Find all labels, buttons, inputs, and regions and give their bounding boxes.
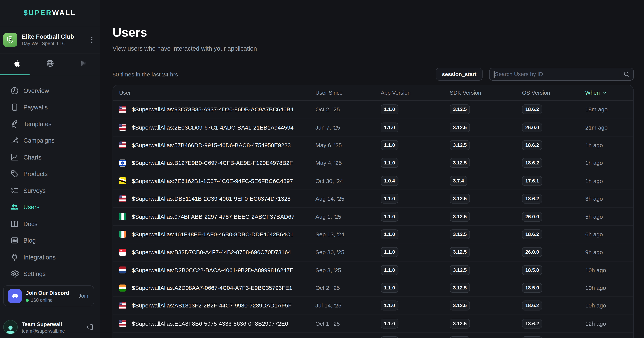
sidebar-item-integrations[interactable]: Integrations	[0, 249, 100, 265]
sidebar-item-charts[interactable]: Charts	[0, 149, 100, 166]
workspace-name: Elite Football Club	[22, 33, 74, 40]
page-subtitle: View users who have interacted with your…	[112, 45, 634, 52]
chevron-down-icon	[602, 90, 608, 95]
os-version-badge: 18.5.0	[522, 283, 542, 293]
nav-item-label: Charts	[24, 154, 42, 161]
sdk-version-badge: 3.12.5	[450, 122, 470, 132]
sidebar-item-campaigns[interactable]: Campaigns	[0, 132, 100, 149]
col-header-app: App Version	[381, 90, 450, 96]
os-version-badge: 18.5.0	[522, 265, 542, 275]
sidebar-nav: Overview Paywalls Templates Campaigns Ch…	[0, 75, 100, 282]
sdk-version-badge: 3.12.5	[450, 211, 470, 221]
col-header-since: User Since	[316, 90, 381, 96]
nav-item-label: Campaigns	[24, 137, 54, 144]
user-since: Oct 2, '25	[316, 284, 381, 291]
main-content: Users View users who have interacted wit…	[100, 0, 644, 338]
kebab-menu-icon[interactable]	[91, 37, 92, 43]
user-since: Sep 3, '25	[316, 267, 381, 273]
table-row[interactable]: $SuperwallAlias:DB51141B-2C39-4061-9EF0-…	[113, 190, 634, 208]
app-version-badge: 1.1.0	[381, 211, 398, 221]
event-count-stat: 50 times in the last 24 hrs	[112, 71, 178, 78]
platform-tab-ios[interactable]	[0, 54, 33, 75]
users-icon	[10, 203, 19, 211]
nav-item-label: Docs	[24, 220, 38, 227]
when-value: 10h ago	[585, 267, 634, 273]
table-row[interactable]: $SuperwallAlias:AB1313F2-2B2F-44C7-9930-…	[113, 297, 634, 315]
app-version-badge: 1.1.0	[381, 336, 398, 338]
user-id: $SuperwallAlias:57B466DD-9915-46D6-BAC8-…	[132, 142, 291, 149]
online-dot-icon	[26, 299, 29, 301]
sign-out-icon[interactable]	[86, 323, 94, 331]
workspace-meta: Elite Football Club Day Well Spent, LLC	[22, 33, 74, 46]
app-version-badge: 1.0.4	[381, 176, 398, 186]
line-chart-icon	[10, 153, 19, 162]
table-row[interactable]: $SuperwallAlias:93C73B35-A937-4D20-86DB-…	[113, 101, 634, 119]
workspace-org: Day Well Spent, LLC	[22, 41, 74, 46]
os-version-badge: 26.0.0	[522, 122, 542, 132]
user-id: $SuperwallAlias:B32D7CB0-A4F7-44B2-8758-…	[132, 249, 291, 255]
user-id: $SuperwallAlias:974BFABB-2297-4787-BEEC-…	[132, 213, 294, 220]
sdk-version-badge: 3.12.5	[450, 229, 470, 239]
user-id: $SuperwallAlias:461F48FE-1AF0-46B0-8DBC-…	[132, 231, 294, 238]
platform-tab-android[interactable]	[66, 54, 100, 75]
table-row[interactable]: $SuperwallAlias:795BE509-A448-44EB-87A8-…	[113, 333, 634, 338]
table-row[interactable]: $SuperwallAlias:B32D7CB0-A4F7-44B2-8758-…	[113, 243, 634, 261]
sidebar-item-templates[interactable]: Templates	[0, 116, 100, 132]
sidebar-item-overview[interactable]: Overview	[0, 82, 100, 99]
search-icon[interactable]	[624, 71, 630, 77]
sidebar-item-settings[interactable]: Settings	[0, 265, 100, 282]
app-version-badge: 1.1.0	[381, 194, 398, 203]
table-header-row: User User Since App Version SDK Version …	[113, 85, 634, 101]
event-filter-button[interactable]: session_start	[436, 68, 482, 81]
user-id: $SuperwallAlias:D2B0CC22-BACA-4061-9B2D-…	[132, 267, 294, 273]
superwall-logo: $UPERWALL	[0, 0, 100, 26]
nav-item-label: Overview	[24, 87, 49, 94]
account-footer: Team Superwall team@superwall.me	[0, 316, 100, 338]
avatar	[3, 320, 18, 334]
user-since: Sep 30, '25	[316, 249, 381, 255]
app-version-badge: 1.1.0	[381, 158, 398, 168]
nav-item-label: Paywalls	[24, 104, 48, 111]
sidebar-item-surveys[interactable]: Surveys	[0, 182, 100, 199]
sidebar-item-products[interactable]: Products	[0, 166, 100, 182]
sidebar-item-paywalls[interactable]: Paywalls	[0, 99, 100, 116]
col-header-os: OS Version	[522, 90, 585, 96]
search-box[interactable]	[489, 68, 634, 81]
col-header-when-sort[interactable]: When	[585, 90, 634, 96]
table-row[interactable]: $SuperwallAlias:7E6162B1-1C37-4C0E-94FC-…	[113, 172, 634, 190]
account-meta: Team Superwall team@superwall.me	[22, 321, 65, 333]
sidebar-item-blog[interactable]: Blog	[0, 232, 100, 249]
os-version-badge: 18.6.2	[522, 158, 542, 168]
workspace-switcher[interactable]: Elite Football Club Day Well Spent, LLC	[0, 26, 100, 54]
discord-title: Join Our Discord	[26, 290, 69, 296]
table-row[interactable]: $SuperwallAlias:974BFABB-2297-4787-BEEC-…	[113, 208, 634, 225]
table-row[interactable]: $SuperwallAlias:D2B0CC22-BACA-4061-9B2D-…	[113, 261, 634, 279]
discord-join-button[interactable]: Join	[78, 293, 88, 299]
when-value: 12h ago	[585, 320, 634, 327]
user-since: Aug 1, '25	[316, 213, 381, 220]
sidebar-item-users[interactable]: Users	[0, 199, 100, 215]
nav-item-label: Products	[24, 170, 48, 177]
platform-tab-web[interactable]	[33, 54, 67, 75]
discord-card[interactable]: Join Our Discord 160 online Join	[3, 285, 94, 306]
table-row[interactable]: $SuperwallAlias:E1A8F8B6-5975-4333-8636-…	[113, 315, 634, 333]
table-row[interactable]: $SuperwallAlias:461F48FE-1AF0-46B0-8DBC-…	[113, 226, 634, 243]
table-row[interactable]: $SuperwallAlias:A2D08AA7-0667-4C04-A7F3-…	[113, 279, 634, 297]
when-value: 6h ago	[585, 231, 634, 238]
us-flag-icon	[119, 320, 126, 327]
apple-icon	[13, 59, 20, 69]
table-row[interactable]: $SuperwallAlias:2E03CD09-67C1-4ADC-BA41-…	[113, 119, 634, 136]
nl-flag-icon	[119, 266, 126, 273]
when-value: 18m ago	[585, 106, 634, 113]
search-input[interactable]	[494, 71, 618, 77]
user-since: Oct 2, '25	[316, 106, 381, 113]
user-id: $SuperwallAlias:AB1313F2-2B2F-44C7-9930-…	[132, 302, 292, 309]
table-row[interactable]: $SuperwallAlias:B127E9B0-C697-4CFB-AE9E-…	[113, 154, 634, 172]
table-row[interactable]: $SuperwallAlias:57B466DD-9915-46D6-BAC8-…	[113, 136, 634, 154]
sdk-version-badge: 3.12.5	[450, 301, 470, 311]
users-table: User User Since App Version SDK Version …	[112, 85, 634, 338]
user-id: $SuperwallAlias:A2D08AA7-0667-4C04-A7F3-…	[132, 284, 292, 291]
sidebar-item-docs[interactable]: Docs	[0, 215, 100, 232]
ng-flag-icon	[119, 213, 126, 220]
sdk-version-badge: 3.12.5	[450, 194, 470, 203]
